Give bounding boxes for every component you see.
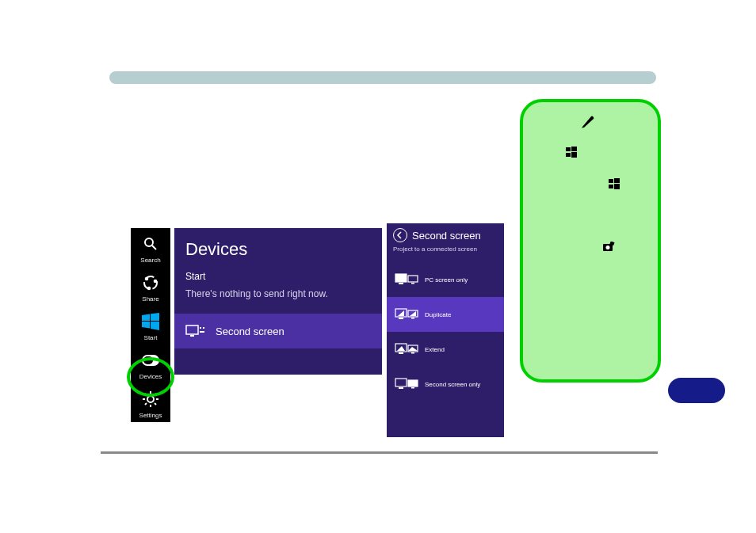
svg-rect-52 bbox=[411, 352, 414, 354]
svg-line-31 bbox=[155, 394, 156, 395]
svg-rect-49 bbox=[399, 352, 403, 354]
svg-rect-32 bbox=[186, 326, 198, 334]
svg-line-28 bbox=[145, 394, 147, 395]
devices-empty-msg: There's nothing to send right now. bbox=[174, 287, 382, 314]
charm-label: Devices bbox=[139, 373, 162, 380]
search-icon bbox=[143, 233, 158, 255]
svg-rect-1 bbox=[571, 147, 577, 151]
svg-point-11 bbox=[145, 238, 153, 246]
svg-line-30 bbox=[145, 403, 147, 405]
windows-logo-icon bbox=[609, 178, 620, 189]
svg-rect-22 bbox=[143, 356, 153, 364]
svg-rect-3 bbox=[571, 152, 577, 158]
option-label: Second screen only bbox=[425, 381, 480, 388]
second-screen-row[interactable]: Second screen bbox=[174, 314, 382, 348]
option-duplicate[interactable]: Duplicate bbox=[387, 297, 504, 332]
svg-rect-54 bbox=[399, 387, 403, 389]
svg-marker-17 bbox=[142, 314, 150, 322]
option-second-only[interactable]: Second screen only bbox=[387, 367, 504, 402]
charm-label: Settings bbox=[139, 412, 162, 419]
option-extend[interactable]: Extend bbox=[387, 332, 504, 367]
option-label: PC screen only bbox=[425, 276, 468, 284]
second-screen-title: Second screen bbox=[412, 230, 481, 242]
extend-icon bbox=[395, 341, 418, 357]
svg-line-29 bbox=[155, 403, 156, 405]
svg-marker-45 bbox=[410, 311, 416, 316]
charm-start[interactable]: Start bbox=[131, 306, 170, 345]
charm-label: Search bbox=[140, 257, 160, 264]
svg-rect-35 bbox=[203, 327, 204, 329]
gear-icon bbox=[142, 388, 159, 410]
svg-rect-5 bbox=[614, 178, 620, 183]
share-icon bbox=[142, 272, 159, 294]
second-screen-label: Second screen bbox=[216, 326, 284, 337]
svg-marker-51 bbox=[408, 347, 418, 351]
devices-panel-title: Devices bbox=[174, 228, 382, 268]
svg-point-15 bbox=[154, 280, 158, 284]
svg-point-23 bbox=[147, 396, 154, 402]
charm-search[interactable]: Search bbox=[131, 228, 170, 267]
svg-rect-4 bbox=[609, 179, 613, 183]
charms-bar: Search Share Start Devices Settings bbox=[131, 228, 170, 422]
pen-icon bbox=[580, 113, 596, 129]
svg-rect-55 bbox=[408, 380, 418, 386]
svg-rect-38 bbox=[399, 283, 403, 284]
duplicate-icon bbox=[395, 306, 418, 322]
svg-marker-20 bbox=[151, 322, 159, 330]
devices-start-label: Start bbox=[174, 268, 382, 287]
charm-share[interactable]: Share bbox=[131, 267, 170, 306]
svg-rect-7 bbox=[614, 184, 620, 189]
svg-rect-2 bbox=[566, 153, 571, 157]
svg-rect-37 bbox=[395, 274, 407, 282]
back-button[interactable] bbox=[393, 228, 407, 242]
svg-rect-34 bbox=[200, 327, 201, 329]
second-screen-subtitle: Project to a connected screen bbox=[387, 244, 504, 262]
devices-icon bbox=[139, 349, 162, 371]
svg-line-12 bbox=[152, 246, 156, 249]
svg-rect-39 bbox=[408, 276, 418, 282]
charm-devices[interactable]: Devices bbox=[131, 345, 170, 383]
option-pc-screen-only[interactable]: PC screen only bbox=[387, 262, 504, 297]
option-label: Extend bbox=[425, 346, 445, 353]
svg-marker-18 bbox=[151, 313, 159, 321]
pc-only-icon bbox=[395, 272, 418, 287]
windows-logo-icon bbox=[566, 147, 577, 158]
svg-rect-56 bbox=[411, 387, 414, 389]
second-screen-icon bbox=[185, 322, 208, 341]
second-screen-panel: Second screen Project to a connected scr… bbox=[387, 223, 504, 437]
camera-icon bbox=[602, 242, 615, 253]
svg-rect-53 bbox=[395, 379, 407, 386]
divider bbox=[101, 451, 658, 454]
svg-rect-0 bbox=[566, 147, 571, 151]
svg-point-16 bbox=[147, 287, 151, 291]
svg-rect-33 bbox=[190, 335, 194, 337]
svg-marker-19 bbox=[142, 322, 150, 329]
svg-marker-48 bbox=[397, 346, 405, 351]
highlight-box bbox=[520, 99, 661, 383]
decorative-bar bbox=[109, 71, 656, 84]
devices-panel: Devices Start There's nothing to send ri… bbox=[174, 228, 382, 375]
charm-label: Start bbox=[144, 334, 158, 341]
option-label: Duplicate bbox=[425, 311, 451, 318]
pill-button[interactable] bbox=[668, 378, 725, 403]
second-screen-header: Second screen bbox=[387, 223, 504, 244]
svg-rect-43 bbox=[399, 318, 403, 319]
svg-rect-6 bbox=[609, 185, 613, 188]
svg-marker-42 bbox=[398, 310, 404, 316]
svg-point-9 bbox=[606, 246, 610, 249]
charm-settings[interactable]: Settings bbox=[131, 383, 170, 422]
svg-rect-40 bbox=[411, 283, 414, 284]
charm-label: Share bbox=[142, 295, 158, 303]
svg-rect-46 bbox=[411, 318, 414, 319]
windows-logo-icon bbox=[142, 310, 159, 333]
second-only-icon bbox=[395, 376, 418, 392]
svg-point-14 bbox=[145, 277, 149, 281]
